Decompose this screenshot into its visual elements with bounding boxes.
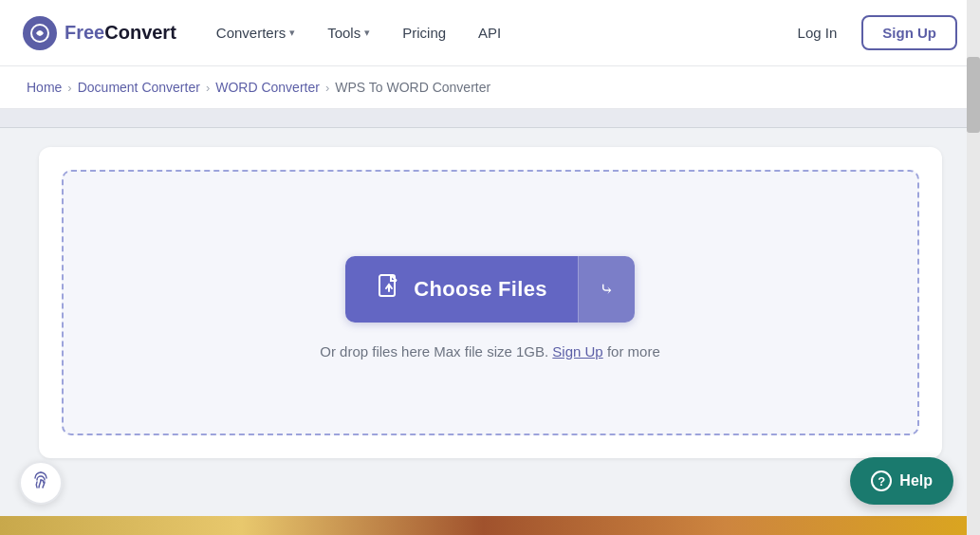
nav-links: Converters ▾ Tools ▾ Pricing API <box>203 17 785 48</box>
logo-link[interactable]: FreeConvert <box>23 16 176 50</box>
breadcrumb-sep-3: › <box>325 81 329 95</box>
choose-files-button[interactable]: Choose Files <box>345 256 578 323</box>
breadcrumb-current: WPS To WORD Converter <box>335 80 490 95</box>
converters-chevron-icon: ▾ <box>289 27 295 39</box>
file-upload-icon <box>376 273 402 305</box>
signup-button[interactable]: Sign Up <box>861 15 957 50</box>
drop-signup-link[interactable]: Sign Up <box>552 343 602 360</box>
nav-api[interactable]: API <box>465 17 514 48</box>
upload-zone[interactable]: Choose Files ⤷ Or drop files here Max fi… <box>62 170 919 435</box>
upload-card: Choose Files ⤷ Or drop files here Max fi… <box>39 147 942 458</box>
nav-tools[interactable]: Tools ▾ <box>314 17 383 48</box>
dropdown-chevron-icon: ⤷ <box>600 279 614 300</box>
nav-auth: Log In Sign Up <box>785 15 957 50</box>
logo-text: FreeConvert <box>65 22 176 44</box>
breadcrumb: Home › Document Converter › WORD Convert… <box>0 66 980 109</box>
breadcrumb-sep-2: › <box>206 81 210 95</box>
main-content: Choose Files ⤷ Or drop files here Max fi… <box>16 128 965 481</box>
nav-pricing[interactable]: Pricing <box>389 17 459 48</box>
logo-icon <box>23 16 57 50</box>
fingerprint-icon <box>29 469 52 481</box>
scrollbar-thumb[interactable] <box>967 57 980 133</box>
banner-area <box>0 109 980 128</box>
help-label: Help <box>899 472 933 481</box>
breadcrumb-sep-1: › <box>67 81 71 95</box>
choose-files-wrapper: Choose Files ⤷ <box>345 256 635 323</box>
nav-converters[interactable]: Converters ▾ <box>203 17 308 48</box>
login-button[interactable]: Log In <box>785 17 851 48</box>
breadcrumb-word-converter[interactable]: WORD Converter <box>215 80 320 95</box>
choose-files-label: Choose Files <box>414 277 547 302</box>
choose-files-dropdown[interactable]: ⤷ <box>578 256 635 323</box>
navbar: FreeConvert Converters ▾ Tools ▾ Pricing… <box>0 0 980 66</box>
scrollbar[interactable] <box>967 0 980 481</box>
help-icon: ? <box>871 470 892 481</box>
tools-chevron-icon: ▾ <box>364 27 370 39</box>
drop-text: Or drop files here Max file size 1GB. Si… <box>320 343 660 360</box>
breadcrumb-home[interactable]: Home <box>27 80 62 95</box>
help-button[interactable]: ? Help <box>850 457 953 481</box>
breadcrumb-document-converter[interactable]: Document Converter <box>78 80 200 95</box>
